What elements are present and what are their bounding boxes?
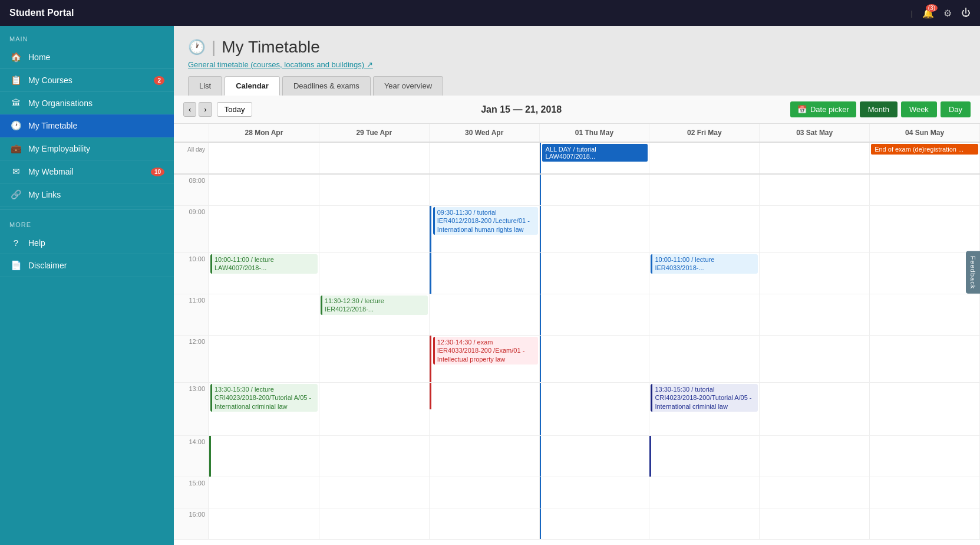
cal-1500-sat: [760, 477, 870, 508]
cal-row-1500: 15:00: [174, 477, 980, 508]
tab-list[interactable]: List: [188, 76, 222, 96]
cal-1000-wed: [430, 253, 540, 294]
sidebar-label-help: Help: [28, 238, 164, 248]
timetable-page-icon: 🕐: [188, 39, 206, 55]
links-icon: 🔗: [9, 189, 22, 200]
cal-today-btn[interactable]: Today: [217, 102, 253, 117]
cal-1000-fri: 10:00-11:00 / lecture IER4033/2018-...: [649, 253, 760, 294]
cal-next-btn[interactable]: ›: [199, 102, 212, 117]
cal-time-1600: 16:00: [174, 508, 209, 539]
cal-time-1400: 14:00: [174, 436, 209, 477]
cal-allday-tue: [319, 143, 430, 173]
settings-icon[interactable]: ⚙: [943, 8, 952, 19]
help-icon: ?: [9, 238, 22, 248]
cal-1600-thu: [540, 508, 650, 539]
event-fri-lecture-ier[interactable]: 10:00-11:00 / lecture IER4033/2018-...: [651, 254, 758, 274]
cal-0900-sun: [870, 206, 980, 252]
sidebar-label-my-links: My Links: [28, 190, 164, 199]
sidebar-label-my-webmail: My Webmail: [28, 167, 151, 176]
cal-1600-sat: [760, 508, 870, 539]
cal-header-row: 28 Mon Apr 29 Tue Apr 30 Wed Apr 01 Thu …: [174, 124, 980, 143]
tab-deadlines-exams[interactable]: Deadlines & exams: [282, 76, 371, 96]
cal-1300-fri: 13:30-15:30 / tutorial CRI4023/2018-200/…: [649, 383, 760, 435]
cal-1100-mon: [209, 294, 319, 335]
sidebar-item-my-timetable[interactable]: 🕐 My Timetable: [0, 114, 174, 137]
cal-allday-mon: [209, 143, 319, 173]
tab-year-overview[interactable]: Year overview: [373, 76, 443, 96]
cal-1600-wed: [430, 508, 540, 539]
event-fri-tutorial-cri[interactable]: 13:30-15:30 / tutorial CRI4023/2018-200/…: [651, 384, 758, 412]
sidebar-label-my-organisations: My Organisations: [28, 99, 164, 108]
page-header: 🕐 | My Timetable General timetable (cour…: [174, 26, 980, 96]
cal-0900-mon: [209, 206, 319, 252]
cal-grid: 28 Mon Apr 29 Tue Apr 30 Wed Apr 01 Thu …: [174, 124, 980, 545]
layout: Main 🏠 Home 📋 My Courses 2 🏛 My Organisa…: [0, 26, 980, 545]
cal-1100-tue: 11:30-12:30 / lecture IER4012/2018-...: [319, 294, 430, 335]
cal-0800-mon: [209, 175, 319, 205]
calendar-area: ‹ › Today Jan 15 — 21, 2018 📅 Date picke…: [174, 96, 980, 545]
event-wed-tutorial[interactable]: 09:30-11:30 / tutorial IER4012/2018-200 …: [433, 207, 538, 235]
cal-1400-fri: [649, 436, 760, 477]
cal-row-0800: 08:00: [174, 175, 980, 206]
event-wed-exam[interactable]: 12:30-14:30 / exam IER4033/2018-200 /Exa…: [433, 337, 538, 365]
sidebar-item-help[interactable]: ? Help: [0, 232, 174, 254]
cal-0800-sat: [760, 175, 870, 205]
webmail-badge: 10: [151, 168, 164, 176]
event-mon-lecture-law[interactable]: 10:00-11:00 / lecture LAW4007/2018-...: [210, 254, 318, 274]
event-mon-lecture-cri[interactable]: 13:30-15:30 / lecture CRI4023/2018-200/T…: [210, 384, 318, 412]
cal-toolbar: ‹ › Today Jan 15 — 21, 2018 📅 Date picke…: [174, 96, 980, 124]
notifications-bell[interactable]: 🔔 (3): [922, 8, 934, 19]
cal-allday-fri: [649, 143, 760, 173]
sidebar-item-disclaimer[interactable]: 📄 Disclaimer: [0, 254, 174, 277]
cal-1400-mon: [209, 436, 319, 477]
cal-1400-wed: [430, 436, 540, 477]
cal-0800-thu: [540, 175, 650, 205]
calendar-icon: 📅: [797, 105, 807, 114]
separator-bar: |: [212, 38, 216, 57]
page-subtitle[interactable]: General timetable (courses, locations an…: [188, 60, 966, 69]
cal-1500-wed: [430, 477, 540, 508]
cal-1300-mon: 13:30-15:30 / lecture CRI4023/2018-200/T…: [209, 383, 319, 435]
allday-event-thu[interactable]: ALL DAY / tutorial LAW4007/2018...: [542, 144, 648, 162]
cal-day-btn[interactable]: Day: [941, 101, 971, 117]
logout-icon[interactable]: ⏻: [961, 8, 971, 18]
separator: |: [911, 9, 913, 18]
cal-header-sat: 03 Sat May: [760, 124, 870, 142]
cal-date-picker-btn[interactable]: 📅 Date picker: [790, 101, 856, 117]
cal-1100-fri: [649, 294, 760, 335]
cal-header-mon: 28 Mon Apr: [209, 124, 319, 142]
cal-1300-sat: [760, 383, 870, 435]
cal-1000-sat: [760, 253, 870, 294]
cal-1500-mon: [209, 477, 319, 508]
sidebar-item-my-courses[interactable]: 📋 My Courses 2: [0, 69, 174, 92]
cal-1200-sun: [870, 336, 980, 382]
cal-1400-sun: [870, 436, 980, 477]
tab-calendar[interactable]: Calendar: [225, 76, 280, 96]
cal-prev-btn[interactable]: ‹: [183, 102, 196, 117]
cal-1600-mon: [209, 508, 319, 539]
sidebar-item-my-webmail[interactable]: ✉ My Webmail 10: [0, 160, 174, 183]
cal-week-btn[interactable]: Week: [901, 101, 937, 117]
cal-row-1100: 11:00 11:30-12:30 / lecture IER4012/2018…: [174, 294, 980, 336]
event-tue-lecture-ier[interactable]: 11:30-12:30 / lecture IER4012/2018-...: [321, 296, 428, 315]
sidebar-item-my-organisations[interactable]: 🏛 My Organisations: [0, 92, 174, 114]
feedback-btn[interactable]: Feedback: [966, 251, 980, 294]
webmail-icon: ✉: [9, 166, 22, 177]
cal-header-gutter: [174, 124, 209, 142]
cal-allday-thu: ALL DAY / tutorial LAW4007/2018...: [540, 143, 650, 173]
tabs: List Calendar Deadlines & exams Year ove…: [188, 76, 966, 96]
cal-month-btn[interactable]: Month: [860, 101, 897, 117]
cal-1500-thu: [540, 477, 650, 508]
page-title: My Timetable: [222, 38, 320, 57]
sidebar-main-label: Main: [0, 26, 174, 46]
sidebar-label-my-courses: My Courses: [28, 75, 154, 85]
cal-allday-label: All day: [174, 143, 209, 173]
allday-event-sun[interactable]: End of exam (de)registration ...: [871, 144, 978, 155]
sidebar-more-label: More: [0, 212, 174, 232]
cal-1300-tue: [319, 383, 430, 435]
sidebar-item-home[interactable]: 🏠 Home: [0, 46, 174, 69]
sidebar-item-my-links[interactable]: 🔗 My Links: [0, 183, 174, 206]
organisations-icon: 🏛: [9, 98, 22, 108]
sidebar-item-my-employability[interactable]: 💼 My Employability: [0, 137, 174, 160]
cal-0900-tue: [319, 206, 430, 252]
